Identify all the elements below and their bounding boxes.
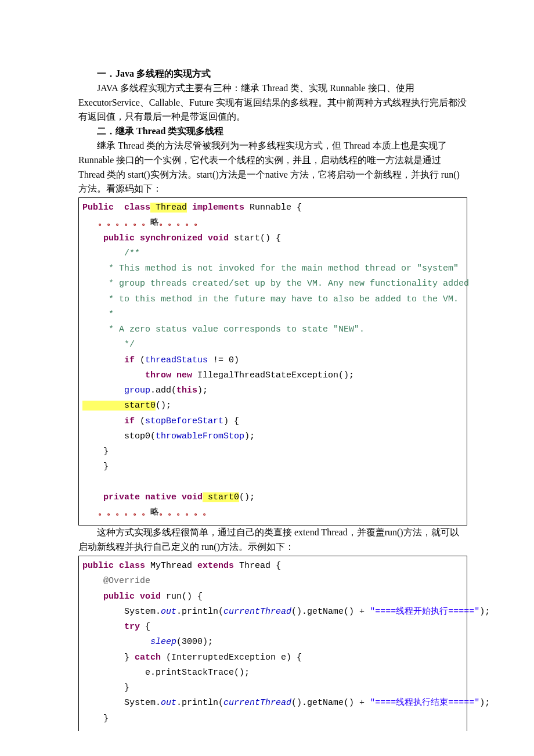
err-dots2: 。。。。。 xyxy=(159,218,203,228)
txt-cp1: ); xyxy=(197,386,208,395)
kw-class: class xyxy=(114,203,150,213)
kw-catch: catch xyxy=(135,653,161,663)
heading-1-number: 一． xyxy=(97,69,116,78)
txt-runnable: Runnable { xyxy=(244,203,302,213)
paragraph-3: 这种方式实现多线程很简单，通过自己的类直接 extend Thread，并覆盖r… xyxy=(78,525,467,555)
err-dots4: 。。。。。。 xyxy=(159,507,211,517)
txt-cp3: ); xyxy=(244,431,255,441)
txt-3000: (3000); xyxy=(176,637,213,647)
kw-void: void xyxy=(203,233,229,243)
txt-neq: != 0) xyxy=(208,355,239,365)
cm-l6: * group threads created/set up by the VM… xyxy=(82,279,469,289)
txt-start: start() { xyxy=(229,233,281,243)
kw-public2: public xyxy=(82,233,135,243)
kw-class2: class xyxy=(114,561,145,571)
kw-void2: void xyxy=(176,492,203,502)
kw-extends: extends xyxy=(197,561,234,571)
txt-brace2: } xyxy=(82,462,109,471)
kw-public4: public xyxy=(82,592,135,602)
txt-getname2: ().getName() + xyxy=(291,698,370,708)
kw-public: Public xyxy=(82,203,114,213)
str-end: "====线程执行结束=====" xyxy=(370,698,479,708)
kw-new: new xyxy=(171,370,192,380)
cm-l8: * xyxy=(82,309,114,319)
heading-1-rest: 多线程的实现方式 xyxy=(134,69,211,78)
fld-threadstatus: threadStatus xyxy=(145,355,208,365)
txt-call2: (); xyxy=(239,492,255,502)
txt-exception: IllegalThreadStateException(); xyxy=(192,370,354,380)
kw-sync: synchronized xyxy=(135,233,203,243)
paragraph-2: 继承 Thread 类的方法尽管被我列为一种多线程实现方式，但 Thread 本… xyxy=(78,139,467,196)
txt-getname1: ().getName() + xyxy=(291,607,370,617)
err-dots3: 。。。。。。 xyxy=(82,507,150,517)
anno-override: @Override xyxy=(82,576,150,586)
txt-sys1: System. xyxy=(82,607,161,617)
kw-if2: if xyxy=(82,416,135,426)
txt-paren2: ( xyxy=(135,416,145,426)
heading-1: 一．Java 多线程的实现方式 xyxy=(78,67,467,81)
heading-2: 二．继承 Thread 类实现多线程 xyxy=(78,124,467,139)
cm-l5: * This method is not invoked for the mai… xyxy=(82,264,459,273)
document-page: 一．Java 多线程的实现方式 JAVA 多线程实现方式主要有三种：继承 Thr… xyxy=(0,0,534,756)
hl-thread: Thread xyxy=(150,203,187,213)
cm-l4: /** xyxy=(82,249,140,258)
heading-2-part1: 二．继承 xyxy=(97,126,136,136)
fld-stopbefore: stopBeforeStart xyxy=(145,416,223,426)
txt-brace5: } xyxy=(82,683,129,693)
txt-omit2: 略 xyxy=(150,507,159,517)
kw-private: private xyxy=(82,492,140,502)
txt-brace3: { xyxy=(140,622,150,632)
kw-this: this xyxy=(176,386,197,395)
heading-2-rest: 类实现多线程 xyxy=(165,126,223,136)
txt-brace4: } xyxy=(82,653,135,663)
txt-end1: ); xyxy=(479,607,490,617)
txt-sys2: System. xyxy=(82,698,161,708)
txt-stop0: stop0( xyxy=(82,431,156,441)
kw-if1: if xyxy=(82,355,135,365)
txt-intexc: (InterruptedException e) { xyxy=(161,653,302,663)
txt-add: .add( xyxy=(150,386,176,395)
txt-brace6: } xyxy=(82,714,109,723)
txt-println2: .println( xyxy=(176,698,223,708)
kw-native: native xyxy=(140,492,176,502)
it-cur1: currentThread xyxy=(223,607,291,617)
txt-stack: e.printStackTrace(); xyxy=(82,668,250,678)
kw-try: try xyxy=(82,622,140,632)
paragraph-1: JAVA 多线程实现方式主要有三种：继承 Thread 类、实现 Runnabl… xyxy=(78,81,467,124)
it-out1: out xyxy=(161,607,176,617)
txt-end2: ); xyxy=(479,698,490,708)
txt-mythread: MyThread xyxy=(145,561,197,571)
heading-2-latin: Thread xyxy=(136,126,165,136)
cm-l7: * to this method in the future may have … xyxy=(82,294,459,304)
txt-paren1: ( xyxy=(135,355,145,365)
str-begin: "====线程开始执行=====" xyxy=(370,607,479,617)
hl-start0a: start0 xyxy=(82,401,156,411)
err-dots1: 。。。。。。 xyxy=(82,218,150,228)
fld-throwable: throwableFromStop xyxy=(156,431,244,441)
kw-throw: throw xyxy=(82,370,171,380)
cm-l10: */ xyxy=(82,340,135,350)
hl-start0b: start0 xyxy=(203,492,239,502)
kw-void3: void xyxy=(135,592,161,602)
code-block-1: Public class Thread implements Runnable … xyxy=(78,197,467,525)
code-block-2: public class MyThread extends Thread { @… xyxy=(78,556,467,731)
cm-l9: * A zero status value corresponds to sta… xyxy=(82,325,365,334)
txt-call1: (); xyxy=(156,401,171,411)
it-sleep: sleep xyxy=(82,637,176,647)
txt-omit1: 略 xyxy=(150,218,159,228)
txt-thread2: Thread { xyxy=(234,561,281,571)
it-out2: out xyxy=(161,698,176,708)
txt-println1: .println( xyxy=(176,607,223,617)
txt-cp2: ) { xyxy=(223,416,239,426)
kw-public3: public xyxy=(82,561,114,571)
it-cur2: currentThread xyxy=(223,698,291,708)
kw-implements: implements xyxy=(187,203,244,213)
fld-group: group xyxy=(82,386,150,395)
txt-run: run() { xyxy=(161,592,203,602)
heading-1-latin: Java xyxy=(116,69,134,78)
txt-brace1: } xyxy=(82,447,109,456)
